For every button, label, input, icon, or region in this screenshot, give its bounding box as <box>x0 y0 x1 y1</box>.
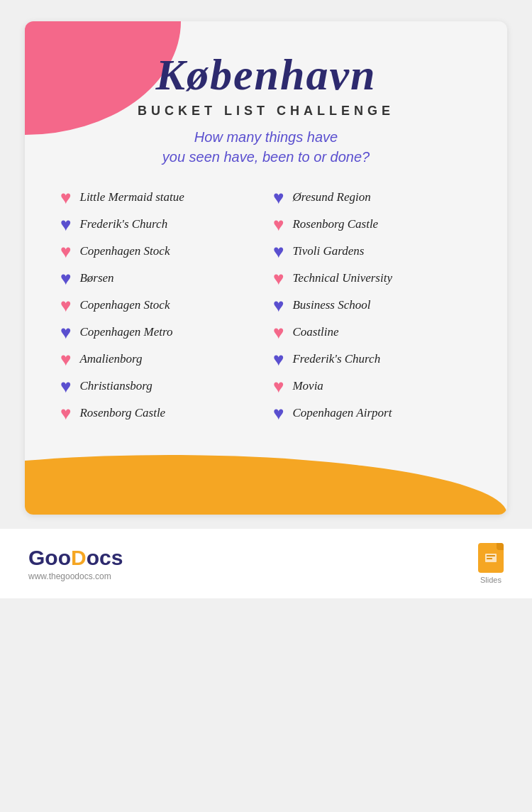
items-grid: ♥ Little Mermaid statue♥ Øresund Region♥… <box>60 188 472 422</box>
heart-icon: ♥ <box>273 242 284 260</box>
logo-url: www.thegoodocs.com <box>28 571 123 581</box>
item-label: Tivoli Gardens <box>292 244 364 258</box>
list-item: ♥ Business School <box>273 296 472 314</box>
item-label: Christiansborg <box>79 379 152 393</box>
item-label: Coastline <box>292 325 338 339</box>
list-item: ♥ Rosenborg Castle <box>60 404 259 422</box>
item-label: Frederik's Church <box>79 217 167 231</box>
heart-icon: ♥ <box>273 296 284 314</box>
item-label: Movia <box>292 379 323 393</box>
heart-icon: ♥ <box>60 215 71 234</box>
list-item: ♥ Christiansborg <box>60 377 259 395</box>
logo-area: GooDocs www.thegoodocs.com <box>28 546 123 581</box>
list-item: ♥ Little Mermaid statue <box>60 188 259 207</box>
heart-icon: ♥ <box>273 269 284 287</box>
slides-label: Slides <box>480 576 501 584</box>
list-item: ♥ Øresund Region <box>273 188 472 207</box>
heart-icon: ♥ <box>60 242 71 260</box>
list-item: ♥ Copenhagen Metro <box>60 323 259 341</box>
subtitle: BUCKET LIST CHALLENGE <box>60 104 472 119</box>
heart-icon: ♥ <box>60 350 71 368</box>
item-label: Copenhagen Stock <box>79 244 170 258</box>
item-label: Rosenborg Castle <box>79 406 165 420</box>
heart-icon: ♥ <box>273 350 284 368</box>
heart-icon: ♥ <box>273 188 284 207</box>
list-item: ♥ Movia <box>273 377 472 395</box>
footer: GooDocs www.thegoodocs.com Slides <box>0 529 532 598</box>
slides-icon-area: Slides <box>478 543 504 584</box>
item-label: Øresund Region <box>292 190 370 204</box>
title-area: København BUCKET LIST CHALLENGE How many… <box>60 43 472 167</box>
main-card: København BUCKET LIST CHALLENGE How many… <box>25 21 507 515</box>
heart-icon: ♥ <box>60 188 71 207</box>
svg-rect-2 <box>487 558 492 559</box>
heart-icon: ♥ <box>60 377 71 395</box>
item-label: Rosenborg Castle <box>292 217 378 231</box>
list-item: ♥ Amalienborg <box>60 350 259 368</box>
heart-icon: ♥ <box>273 215 284 234</box>
item-label: Copenhagen Metro <box>79 325 172 339</box>
item-label: Copenhagen Airport <box>292 406 392 420</box>
list-item: ♥ Rosenborg Castle <box>273 215 472 234</box>
slides-icon <box>478 543 504 573</box>
heart-icon: ♥ <box>273 377 284 395</box>
list-item: ♥ Frederik's Church <box>273 350 472 368</box>
list-item: ♥ Coastline <box>273 323 472 341</box>
svg-rect-1 <box>487 555 495 556</box>
city-title: København <box>60 50 472 100</box>
list-item: ♥ Tivoli Gardens <box>273 242 472 260</box>
heart-icon: ♥ <box>273 323 284 341</box>
item-label: Technical University <box>292 271 392 285</box>
heart-icon: ♥ <box>60 269 71 287</box>
list-item: ♥ Frederik's Church <box>60 215 259 234</box>
list-item: ♥ Technical University <box>273 269 472 287</box>
list-item: ♥ Børsen <box>60 269 259 287</box>
logo-text: GooDocs <box>28 546 123 570</box>
item-label: Amalienborg <box>79 352 142 366</box>
heart-icon: ♥ <box>60 296 71 314</box>
item-label: Frederik's Church <box>292 352 380 366</box>
item-label: Business School <box>292 298 370 312</box>
heart-icon: ♥ <box>60 323 71 341</box>
item-label: Copenhagen Stock <box>79 298 170 312</box>
tagline: How many things have you seen have, been… <box>60 127 472 167</box>
list-item: ♥ Copenhagen Stock <box>60 242 259 260</box>
heart-icon: ♥ <box>60 404 71 422</box>
heart-icon: ♥ <box>273 404 284 422</box>
list-item: ♥ Copenhagen Airport <box>273 404 472 422</box>
item-label: Little Mermaid statue <box>79 190 184 204</box>
list-item: ♥ Copenhagen Stock <box>60 296 259 314</box>
item-label: Børsen <box>79 271 113 285</box>
